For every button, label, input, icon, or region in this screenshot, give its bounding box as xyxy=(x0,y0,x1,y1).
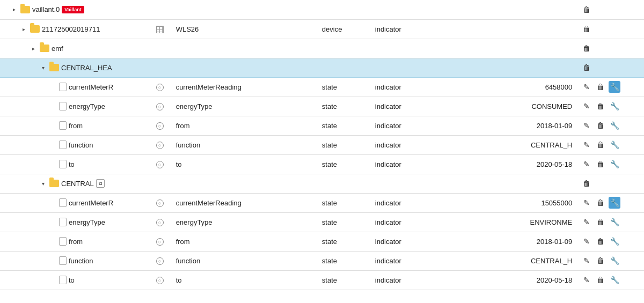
delete-button[interactable]: 🗑 xyxy=(581,4,592,16)
value-cell: 15055000 xyxy=(491,193,577,212)
type-cell: state xyxy=(319,232,372,251)
value-cell: CENTRAL_H xyxy=(491,135,577,154)
toggle-icon[interactable]: ▾ xyxy=(42,181,47,187)
table-row: to○tostateindicator2020-05-18✎🗑🔧 xyxy=(0,270,644,290)
table-row: function○functionstateindicatorCENTRAL_H… xyxy=(0,135,644,154)
delete-button[interactable]: 🗑 xyxy=(595,235,606,247)
folder-icon xyxy=(20,6,30,13)
edit-button[interactable]: ✎ xyxy=(581,158,592,170)
mapped-icon-cell xyxy=(153,19,173,39)
edit-button[interactable]: ✎ xyxy=(581,100,592,112)
edit-button[interactable]: ✎ xyxy=(581,120,592,131)
edit-button[interactable]: ✎ xyxy=(581,235,592,247)
row-label: from xyxy=(69,122,83,130)
row-label: energyType xyxy=(69,218,105,226)
extra-cell xyxy=(438,232,491,251)
mapped-icon-cell xyxy=(153,0,173,19)
mapped-icon-cell xyxy=(153,39,173,58)
type-cell xyxy=(319,58,372,77)
extra-cell xyxy=(438,19,491,39)
mapped-name xyxy=(173,58,319,77)
wrench-button[interactable]: 🔧 xyxy=(609,216,620,228)
delete-button[interactable]: 🗑 xyxy=(595,158,606,170)
actions-cell: 🗑 xyxy=(577,19,644,39)
copy-icon[interactable]: ⧉ xyxy=(96,179,105,188)
wrench-button[interactable]: 🔧 xyxy=(609,139,620,151)
delete-button[interactable]: 🗑 xyxy=(581,178,592,189)
value-cell: 2020-05-18 xyxy=(491,270,577,290)
wrench-button[interactable]: 🔧 xyxy=(609,255,620,267)
delete-button[interactable]: 🗑 xyxy=(581,62,592,73)
toggle-icon[interactable]: ▸ xyxy=(23,26,28,32)
wrench-button[interactable]: 🔧 xyxy=(609,120,620,131)
table-row: from○fromstateindicator2018-01-09✎🗑🔧 xyxy=(0,116,644,135)
row-label: CENTRAL xyxy=(61,180,94,188)
type-cell: state xyxy=(319,77,372,97)
delete-button[interactable]: 🗑 xyxy=(581,23,592,35)
table-row: energyType○energyTypestateindicatorENVIR… xyxy=(0,212,644,232)
toggle-icon[interactable]: ▾ xyxy=(42,65,47,71)
mapped-name: energyType xyxy=(173,212,319,232)
file-icon xyxy=(59,83,67,91)
delete-button[interactable]: 🗑 xyxy=(595,197,606,209)
mapped-icon-cell: ○ xyxy=(153,97,173,116)
circle-icon: ○ xyxy=(156,84,164,91)
table-row: currentMeterR○currentMeterReadingstatein… xyxy=(0,77,644,97)
file-icon xyxy=(59,276,67,284)
type-cell: state xyxy=(319,193,372,212)
delete-button[interactable]: 🗑 xyxy=(595,81,606,93)
wrench-button[interactable]: 🔧 xyxy=(609,235,620,247)
actions-cell: ✎🗑🔧 xyxy=(577,97,644,116)
row-label: function xyxy=(69,257,93,265)
delete-button[interactable]: 🗑 xyxy=(595,216,606,228)
delete-button[interactable]: 🗑 xyxy=(581,42,592,54)
file-icon xyxy=(59,256,67,265)
edit-button[interactable]: ✎ xyxy=(581,255,592,267)
actions-cell: ✎🗑🔧 xyxy=(577,193,644,212)
wrench-button[interactable]: 🔧 xyxy=(609,274,620,286)
delete-button[interactable]: 🗑 xyxy=(595,255,606,267)
extra-cell xyxy=(438,174,491,193)
value-cell xyxy=(491,19,577,39)
category-cell xyxy=(372,174,438,193)
type-cell: state xyxy=(319,97,372,116)
delete-button[interactable]: 🗑 xyxy=(595,100,606,112)
toggle-icon[interactable]: ▸ xyxy=(32,46,38,51)
extra-cell xyxy=(438,0,491,19)
type-cell: state xyxy=(319,135,372,154)
wrench-button[interactable]: 🔧 xyxy=(609,197,620,209)
mapped-name: to xyxy=(173,154,319,174)
edit-button[interactable]: ✎ xyxy=(581,216,592,228)
value-cell: CONSUMED xyxy=(491,97,577,116)
edit-button[interactable]: ✎ xyxy=(581,81,592,93)
row-label: to xyxy=(69,160,75,168)
circle-icon: ○ xyxy=(156,161,164,168)
grid-icon xyxy=(156,26,164,33)
extra-cell xyxy=(438,135,491,154)
table-row: ▸vaillant.0Vaillant🗑 xyxy=(0,0,644,19)
edit-button[interactable]: ✎ xyxy=(581,139,592,151)
value-cell xyxy=(491,0,577,19)
table-row: energyType○energyTypestateindicatorCONSU… xyxy=(0,97,644,116)
row-label: function xyxy=(69,141,93,149)
category-cell: indicator xyxy=(372,97,438,116)
actions-cell: ✎🗑🔧 xyxy=(577,77,644,97)
wrench-button[interactable]: 🔧 xyxy=(609,81,620,93)
toggle-icon[interactable]: ▸ xyxy=(13,6,18,12)
actions-cell: 🗑 xyxy=(577,58,644,77)
row-label: 211725002019711 xyxy=(42,25,100,33)
file-icon xyxy=(59,237,67,246)
delete-button[interactable]: 🗑 xyxy=(595,120,606,131)
mapped-name: energyType xyxy=(173,97,319,116)
edit-button[interactable]: ✎ xyxy=(581,274,592,286)
delete-button[interactable]: 🗑 xyxy=(595,274,606,286)
wrench-button[interactable]: 🔧 xyxy=(609,100,620,112)
mapped-icon-cell: ○ xyxy=(153,77,173,97)
extra-cell xyxy=(438,58,491,77)
wrench-button[interactable]: 🔧 xyxy=(609,158,620,170)
type-cell xyxy=(319,174,372,193)
value-cell: 2020-05-18 xyxy=(491,154,577,174)
actions-cell: ✎🗑🔧 xyxy=(577,251,644,270)
delete-button[interactable]: 🗑 xyxy=(595,139,606,151)
edit-button[interactable]: ✎ xyxy=(581,197,592,209)
